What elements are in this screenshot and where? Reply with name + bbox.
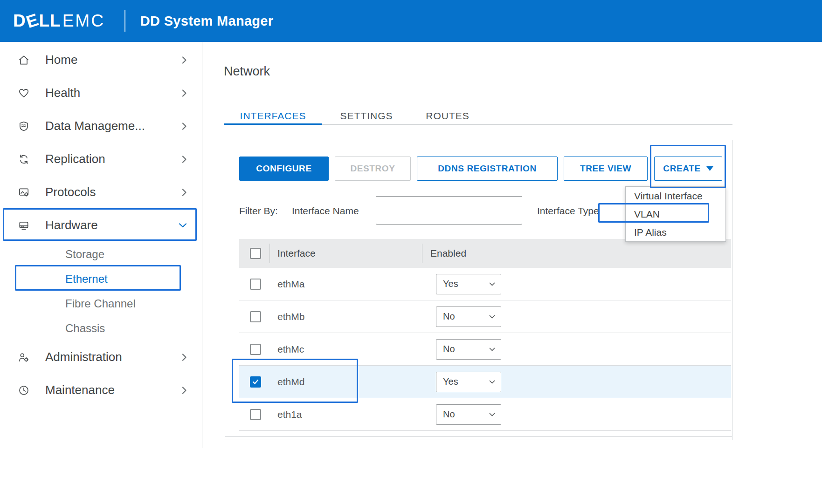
home-icon	[18, 54, 31, 66]
sidebar-subitem-label: Ethernet	[65, 272, 108, 286]
enabled-value: No	[443, 344, 455, 354]
interface-name: ethMb	[277, 311, 304, 322]
interface-name: eth1a	[277, 409, 302, 420]
column-header-interface: Interface	[277, 248, 316, 259]
interface-type-label: Interface Type	[537, 205, 599, 217]
page-title: Network	[224, 64, 270, 79]
chevron-right-icon	[182, 155, 187, 163]
sidebar-item-label: Hardware	[45, 218, 98, 232]
row-checkbox[interactable]	[250, 311, 261, 322]
row-checkbox-checked[interactable]	[250, 376, 261, 388]
destroy-button[interactable]: DESTROY	[335, 157, 411, 181]
ddns-registration-button[interactable]: DDNS REGISTRATION	[417, 157, 558, 181]
sidebar-subitem-label: Chassis	[65, 322, 105, 335]
table-row-ethMb[interactable]: ethMb No	[239, 300, 731, 333]
enabled-select[interactable]: No	[436, 306, 501, 327]
row-checkbox[interactable]	[250, 409, 261, 420]
interface-name-input[interactable]	[376, 196, 522, 225]
configure-button[interactable]: CONFIGURE	[239, 157, 329, 181]
chevron-down-icon	[489, 380, 495, 384]
sidebar-item-protocols[interactable]: Protocols	[0, 176, 202, 209]
chevron-right-icon	[182, 89, 187, 97]
table-row-eth1a[interactable]: eth1a No	[239, 398, 731, 431]
sidebar-item-data-management[interactable]: Data Manageme...	[0, 109, 202, 143]
row-checkbox[interactable]	[250, 279, 261, 290]
sidebar-subitem-label: Storage	[65, 248, 104, 261]
chevron-down-icon	[489, 315, 495, 319]
app-root: DELLEMC DD System Manager Home Health Da…	[0, 0, 822, 504]
row-checkbox[interactable]	[250, 344, 261, 355]
chevron-right-icon	[182, 122, 187, 130]
sidebar-item-label: Administration	[45, 350, 122, 364]
logo-emc: EMC	[62, 11, 105, 31]
sidebar-subitem-storage[interactable]: Storage	[0, 242, 202, 266]
sidebar-item-hardware[interactable]: Hardware	[0, 209, 202, 242]
sidebar-item-label: Protocols	[45, 185, 96, 199]
table-bottom-line	[225, 436, 732, 437]
enabled-value: Yes	[443, 376, 458, 387]
tab-routes[interactable]: ROUTES	[413, 107, 483, 125]
sync-icon	[18, 153, 31, 165]
select-all-checkbox[interactable]	[250, 248, 261, 259]
sidebar-subitem-ethernet[interactable]: Ethernet	[0, 266, 202, 291]
sidebar-item-health[interactable]: Health	[0, 76, 202, 109]
menu-item-ip-alias[interactable]: IP Alias	[626, 223, 725, 241]
sidebar-item-label: Replication	[45, 152, 105, 166]
sidebar-item-replication[interactable]: Replication	[0, 143, 202, 176]
enabled-value: No	[443, 409, 455, 420]
create-dropdown-menu: Virtual Interface VLAN IP Alias	[625, 186, 726, 242]
enabled-value: Yes	[443, 279, 458, 289]
tree-view-button[interactable]: TREE VIEW	[564, 157, 648, 181]
logo-ll: LL	[39, 11, 61, 31]
sidebar-subitem-label: Fibre Channel	[65, 297, 136, 310]
top-bar: DELLEMC DD System Manager	[0, 0, 822, 42]
chevron-down-icon	[489, 282, 495, 286]
dell-emc-logo: DELLEMC	[13, 11, 105, 31]
interface-name: ethMd	[277, 376, 304, 388]
sidebar-item-administration[interactable]: Administration	[0, 341, 202, 374]
filter-by-label: Filter By:	[239, 205, 278, 217]
tab-interfaces[interactable]: INTERFACES	[224, 107, 322, 125]
chevron-down-icon	[489, 347, 495, 351]
enabled-select[interactable]: No	[436, 339, 501, 360]
chevron-right-icon	[182, 188, 187, 197]
chevron-right-icon	[182, 56, 187, 64]
app-title: DD System Manager	[140, 14, 274, 29]
enabled-select[interactable]: Yes	[436, 274, 501, 294]
table-row-ethMa[interactable]: ethMa Yes	[239, 268, 731, 300]
chevron-down-icon	[489, 413, 495, 416]
menu-item-vlan[interactable]: VLAN	[626, 205, 725, 223]
sidebar-item-label: Home	[45, 53, 77, 67]
sidebar-item-label: Maintenance	[45, 383, 115, 397]
caret-down-icon	[706, 166, 713, 171]
menu-item-virtual-interface[interactable]: Virtual Interface	[626, 187, 725, 205]
sidebar-item-maintenance[interactable]: Maintenance	[0, 374, 202, 407]
table-row-ethMc[interactable]: ethMc No	[239, 333, 731, 366]
table-row-ethMd[interactable]: ethMd Yes	[239, 366, 731, 398]
enabled-select[interactable]: No	[436, 404, 501, 425]
shield-icon	[18, 120, 31, 132]
chevron-right-icon	[182, 353, 187, 361]
enabled-value: No	[443, 311, 455, 322]
chevron-down-icon	[179, 223, 187, 228]
admin-user-gear-icon	[18, 351, 31, 363]
interface-name-label: Interface Name	[292, 205, 359, 217]
column-header-enabled: Enabled	[430, 248, 466, 259]
tab-settings[interactable]: SETTINGS	[326, 107, 407, 125]
interface-name: ethMa	[277, 279, 304, 290]
sidebar-nav: Home Health Data Manageme... Replication	[0, 42, 202, 448]
create-button-label: CREATE	[663, 163, 700, 174]
protocols-icon	[18, 186, 31, 198]
interface-table: ethMa Yes ethMb No ethMc No	[239, 268, 731, 431]
sidebar-subitem-fibre-channel[interactable]: Fibre Channel	[0, 291, 202, 316]
heart-icon	[18, 87, 31, 99]
clock-icon	[18, 384, 31, 396]
enabled-select[interactable]: Yes	[436, 372, 501, 392]
header-divider	[124, 10, 125, 32]
sidebar-item-label: Data Manageme...	[45, 119, 145, 133]
create-button[interactable]: CREATE	[654, 157, 722, 181]
sidebar-item-home[interactable]: Home	[0, 43, 202, 76]
column-divider	[269, 244, 270, 263]
sidebar-item-label: Health	[45, 86, 80, 100]
sidebar-subitem-chassis[interactable]: Chassis	[0, 316, 202, 341]
